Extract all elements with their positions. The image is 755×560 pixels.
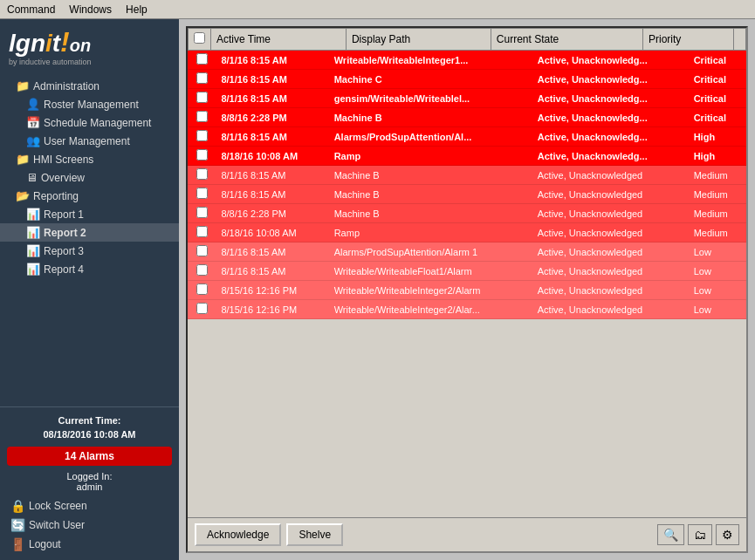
row-current-state: Active, Unacknowledged xyxy=(532,166,689,185)
row-checkbox-cell[interactable] xyxy=(188,300,216,319)
table-row[interactable]: 8/1/16 8:15 AM Alarms/ProdSupAttention/A… xyxy=(188,242,746,262)
row-checkbox-cell[interactable] xyxy=(188,223,216,242)
current-time: Current Time: 08/18/2016 10:08 AM xyxy=(7,414,172,441)
menu-command[interactable]: Command xyxy=(0,2,62,17)
row-checkbox-cell[interactable] xyxy=(188,166,216,185)
table-row[interactable]: 8/8/16 2:28 PM Machine B Active, Unackno… xyxy=(188,108,746,127)
row-checkbox[interactable] xyxy=(196,303,208,314)
row-active-time: 8/1/16 8:15 AM xyxy=(216,70,328,89)
switch-user-action[interactable]: 🔄 Switch User xyxy=(7,516,172,534)
header-checkbox xyxy=(189,29,211,51)
row-checkbox[interactable] xyxy=(196,245,208,256)
alarm-badge[interactable]: 14 Alarms xyxy=(7,447,172,466)
alarm-table: Active Time Display Path Current State P… xyxy=(188,28,746,51)
table-row[interactable]: 8/1/16 8:15 AM Machine C Active, Unackno… xyxy=(188,70,746,89)
row-checkbox-cell[interactable] xyxy=(188,89,216,108)
sidebar-item-user-management[interactable]: 👥 User Management xyxy=(0,132,179,150)
table-row[interactable]: 8/1/16 8:15 AM Machine B Active, Unackno… xyxy=(188,166,746,185)
switch-user-icon: 🔄 xyxy=(10,518,25,532)
row-checkbox-cell[interactable] xyxy=(188,281,216,300)
lock-screen-action[interactable]: 🔒 Lock Screen xyxy=(7,497,172,515)
row-checkbox[interactable] xyxy=(196,168,208,180)
row-priority: High xyxy=(689,147,746,166)
content-area: Active Time Display Path Current State P… xyxy=(179,19,755,560)
select-all-checkbox[interactable] xyxy=(194,32,205,44)
report-icon-1: 📊 xyxy=(26,208,40,221)
table-scroll[interactable]: 8/1/16 8:15 AM Writeable/WriteableIntege… xyxy=(188,51,746,321)
row-current-state: Active, Unacknowledg... xyxy=(532,127,689,147)
shelve-button[interactable]: Shelve xyxy=(286,523,343,546)
menu-help[interactable]: Help xyxy=(119,2,154,17)
table-row[interactable]: 8/1/16 8:15 AM Alarms/ProdSupAttention/A… xyxy=(188,127,746,147)
table-row[interactable]: 8/1/16 8:15 AM Writeable/WriteableFloat1… xyxy=(188,262,746,281)
row-checkbox[interactable] xyxy=(196,130,208,141)
sidebar-item-report4[interactable]: 📊 Report 4 xyxy=(0,260,179,278)
row-checkbox-cell[interactable] xyxy=(188,242,216,262)
row-active-time: 8/1/16 8:15 AM xyxy=(216,89,328,108)
row-active-time: 8/8/16 2:28 PM xyxy=(216,204,328,223)
sidebar-item-report3[interactable]: 📊 Report 3 xyxy=(0,242,179,260)
sidebar-item-reporting[interactable]: 📂 Reporting xyxy=(0,187,179,205)
sidebar-item-hmi-screens[interactable]: 📁 HMI Screens xyxy=(0,150,179,168)
row-checkbox[interactable] xyxy=(196,188,208,199)
row-priority: Medium xyxy=(689,166,746,185)
row-current-state: Active, Unacknowledg... xyxy=(532,51,689,70)
row-checkbox[interactable] xyxy=(196,149,208,160)
row-display-path: Machine B xyxy=(329,108,532,127)
sidebar-item-overview[interactable]: 🖥 Overview xyxy=(0,168,179,187)
row-checkbox-cell[interactable] xyxy=(188,204,216,223)
acknowledge-button[interactable]: Acknowledge xyxy=(195,523,281,546)
search-icon-button[interactable]: 🔍 xyxy=(657,524,684,545)
table-row[interactable]: 8/1/16 8:15 AM gensim/Writeable/Writeabl… xyxy=(188,89,746,108)
row-checkbox-cell[interactable] xyxy=(188,262,216,281)
row-checkbox-cell[interactable] xyxy=(188,127,216,147)
table-row[interactable]: 8/18/16 10:08 AM Ramp Active, Unacknowle… xyxy=(188,147,746,166)
row-active-time: 8/1/16 8:15 AM xyxy=(216,166,328,185)
table-row[interactable]: 8/15/16 12:16 PM Writeable/WriteableInte… xyxy=(188,281,746,300)
menu-windows[interactable]: Windows xyxy=(62,2,119,17)
sidebar-item-roster-management[interactable]: 👤 Roster Management xyxy=(0,95,179,113)
sidebar-item-report1[interactable]: 📊 Report 1 xyxy=(0,205,179,223)
row-checkbox[interactable] xyxy=(196,283,208,295)
header-display-path: Display Path xyxy=(346,29,491,51)
row-checkbox[interactable] xyxy=(196,92,208,103)
row-checkbox-cell[interactable] xyxy=(188,185,216,204)
sidebar-item-schedule-management[interactable]: 📅 Schedule Management xyxy=(0,113,179,132)
row-checkbox[interactable] xyxy=(196,111,208,122)
row-checkbox[interactable] xyxy=(196,226,208,237)
row-active-time: 8/8/16 2:28 PM xyxy=(216,108,328,127)
lock-icon: 🔒 xyxy=(10,499,25,513)
row-active-time: 8/1/16 8:15 AM xyxy=(216,242,328,262)
row-checkbox[interactable] xyxy=(196,72,208,84)
settings-icon-button[interactable]: ⚙ xyxy=(716,524,739,545)
table-row[interactable]: 8/18/16 10:08 AM Ramp Active, Unacknowle… xyxy=(188,223,746,242)
table-row[interactable]: 8/8/16 2:28 PM Machine B Active, Unackno… xyxy=(188,204,746,223)
folder-icon: 📁 xyxy=(16,79,30,92)
row-display-path: Machine B xyxy=(329,204,532,223)
row-checkbox[interactable] xyxy=(196,264,208,276)
table-row[interactable]: 8/1/16 8:15 AM Writeable/WriteableIntege… xyxy=(188,51,746,70)
row-active-time: 8/1/16 8:15 AM xyxy=(216,51,328,70)
table-row[interactable]: 8/15/16 12:16 PM Writeable/WriteableInte… xyxy=(188,300,746,319)
row-checkbox-cell[interactable] xyxy=(188,108,216,127)
sidebar-item-administration[interactable]: 📁 Administration xyxy=(0,77,179,95)
row-checkbox-cell[interactable] xyxy=(188,147,216,166)
table-row[interactable]: 8/1/16 8:15 AM Machine B Active, Unackno… xyxy=(188,185,746,204)
sidebar-item-roster-label: Roster Management xyxy=(44,99,139,111)
row-active-time: 8/1/16 8:15 AM xyxy=(216,127,328,147)
row-checkbox-cell[interactable] xyxy=(188,51,216,70)
logout-action[interactable]: 🚪 Logout xyxy=(7,536,172,553)
alarm-table-body: 8/1/16 8:15 AM Writeable/WriteableIntege… xyxy=(188,51,746,319)
header-current-state: Current State xyxy=(491,29,642,51)
row-current-state: Active, Unacknowledged xyxy=(532,223,689,242)
row-checkbox[interactable] xyxy=(196,53,208,65)
logo: lgnit!on by inductive automation xyxy=(0,19,179,73)
row-checkbox-cell[interactable] xyxy=(188,70,216,89)
logged-in: Logged In: admin xyxy=(7,471,172,492)
filter-icon-button[interactable]: 🗂 xyxy=(688,524,712,545)
folder-open-icon: 📂 xyxy=(16,189,30,202)
sidebar-item-report2[interactable]: 📊 Report 2 xyxy=(0,223,179,242)
row-checkbox[interactable] xyxy=(196,207,208,218)
sidebar-item-user-label: User Management xyxy=(44,135,130,147)
report-icon-4: 📊 xyxy=(26,263,40,276)
